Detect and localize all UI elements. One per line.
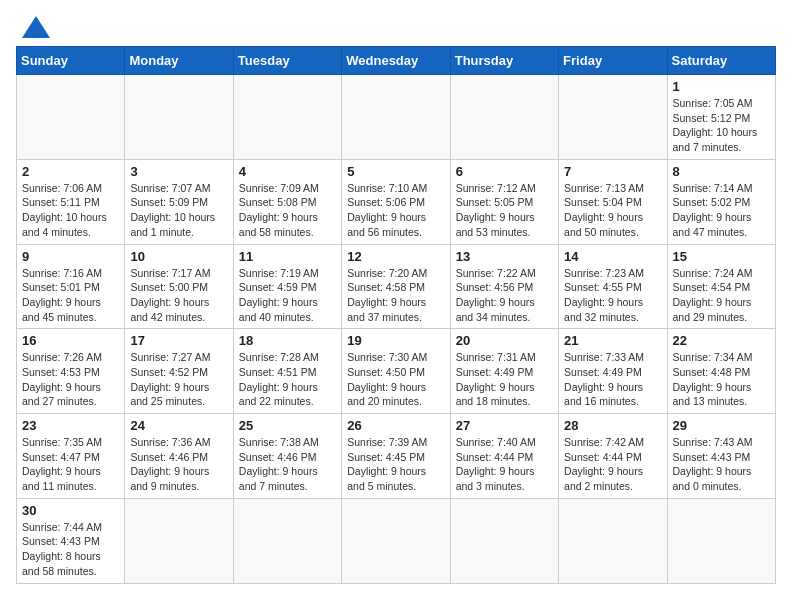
- day-number: 25: [239, 418, 336, 433]
- week-row-2: 2Sunrise: 7:06 AM Sunset: 5:11 PM Daylig…: [17, 159, 776, 244]
- day-info: Sunrise: 7:12 AM Sunset: 5:05 PM Dayligh…: [456, 181, 553, 240]
- logo-area: [16, 16, 54, 38]
- day-info: Sunrise: 7:05 AM Sunset: 5:12 PM Dayligh…: [673, 96, 770, 155]
- day-number: 5: [347, 164, 444, 179]
- day-number: 14: [564, 249, 661, 264]
- day-number: 18: [239, 333, 336, 348]
- day-cell: [17, 75, 125, 160]
- day-number: 17: [130, 333, 227, 348]
- week-row-6: 30Sunrise: 7:44 AM Sunset: 4:43 PM Dayli…: [17, 498, 776, 583]
- day-cell: 25Sunrise: 7:38 AM Sunset: 4:46 PM Dayli…: [233, 414, 341, 499]
- day-number: 9: [22, 249, 119, 264]
- week-row-3: 9Sunrise: 7:16 AM Sunset: 5:01 PM Daylig…: [17, 244, 776, 329]
- day-cell: [450, 498, 558, 583]
- day-number: 10: [130, 249, 227, 264]
- day-cell: 9Sunrise: 7:16 AM Sunset: 5:01 PM Daylig…: [17, 244, 125, 329]
- day-info: Sunrise: 7:40 AM Sunset: 4:44 PM Dayligh…: [456, 435, 553, 494]
- day-number: 13: [456, 249, 553, 264]
- day-cell: 12Sunrise: 7:20 AM Sunset: 4:58 PM Dayli…: [342, 244, 450, 329]
- day-cell: 4Sunrise: 7:09 AM Sunset: 5:08 PM Daylig…: [233, 159, 341, 244]
- day-info: Sunrise: 7:24 AM Sunset: 4:54 PM Dayligh…: [673, 266, 770, 325]
- day-number: 16: [22, 333, 119, 348]
- day-cell: [559, 75, 667, 160]
- day-number: 6: [456, 164, 553, 179]
- day-cell: 26Sunrise: 7:39 AM Sunset: 4:45 PM Dayli…: [342, 414, 450, 499]
- day-info: Sunrise: 7:34 AM Sunset: 4:48 PM Dayligh…: [673, 350, 770, 409]
- day-cell: 18Sunrise: 7:28 AM Sunset: 4:51 PM Dayli…: [233, 329, 341, 414]
- day-cell: [125, 75, 233, 160]
- day-number: 11: [239, 249, 336, 264]
- day-info: Sunrise: 7:39 AM Sunset: 4:45 PM Dayligh…: [347, 435, 444, 494]
- day-cell: 29Sunrise: 7:43 AM Sunset: 4:43 PM Dayli…: [667, 414, 775, 499]
- day-info: Sunrise: 7:09 AM Sunset: 5:08 PM Dayligh…: [239, 181, 336, 240]
- day-cell: 28Sunrise: 7:42 AM Sunset: 4:44 PM Dayli…: [559, 414, 667, 499]
- day-cell: [233, 75, 341, 160]
- day-cell: 20Sunrise: 7:31 AM Sunset: 4:49 PM Dayli…: [450, 329, 558, 414]
- day-number: 15: [673, 249, 770, 264]
- day-cell: 15Sunrise: 7:24 AM Sunset: 4:54 PM Dayli…: [667, 244, 775, 329]
- day-number: 20: [456, 333, 553, 348]
- day-info: Sunrise: 7:30 AM Sunset: 4:50 PM Dayligh…: [347, 350, 444, 409]
- day-number: 23: [22, 418, 119, 433]
- day-info: Sunrise: 7:22 AM Sunset: 4:56 PM Dayligh…: [456, 266, 553, 325]
- day-info: Sunrise: 7:06 AM Sunset: 5:11 PM Dayligh…: [22, 181, 119, 240]
- day-cell: [667, 498, 775, 583]
- day-info: Sunrise: 7:23 AM Sunset: 4:55 PM Dayligh…: [564, 266, 661, 325]
- page: SundayMondayTuesdayWednesdayThursdayFrid…: [0, 0, 792, 600]
- day-cell: 13Sunrise: 7:22 AM Sunset: 4:56 PM Dayli…: [450, 244, 558, 329]
- day-cell: [233, 498, 341, 583]
- day-cell: 8Sunrise: 7:14 AM Sunset: 5:02 PM Daylig…: [667, 159, 775, 244]
- day-number: 12: [347, 249, 444, 264]
- weekday-monday: Monday: [125, 47, 233, 75]
- week-row-1: 1Sunrise: 7:05 AM Sunset: 5:12 PM Daylig…: [17, 75, 776, 160]
- day-cell: 17Sunrise: 7:27 AM Sunset: 4:52 PM Dayli…: [125, 329, 233, 414]
- day-number: 26: [347, 418, 444, 433]
- weekday-wednesday: Wednesday: [342, 47, 450, 75]
- day-cell: [559, 498, 667, 583]
- day-info: Sunrise: 7:38 AM Sunset: 4:46 PM Dayligh…: [239, 435, 336, 494]
- day-cell: 30Sunrise: 7:44 AM Sunset: 4:43 PM Dayli…: [17, 498, 125, 583]
- day-cell: 16Sunrise: 7:26 AM Sunset: 4:53 PM Dayli…: [17, 329, 125, 414]
- day-cell: 1Sunrise: 7:05 AM Sunset: 5:12 PM Daylig…: [667, 75, 775, 160]
- day-info: Sunrise: 7:19 AM Sunset: 4:59 PM Dayligh…: [239, 266, 336, 325]
- day-number: 2: [22, 164, 119, 179]
- day-info: Sunrise: 7:20 AM Sunset: 4:58 PM Dayligh…: [347, 266, 444, 325]
- day-number: 8: [673, 164, 770, 179]
- day-number: 19: [347, 333, 444, 348]
- day-info: Sunrise: 7:27 AM Sunset: 4:52 PM Dayligh…: [130, 350, 227, 409]
- weekday-thursday: Thursday: [450, 47, 558, 75]
- day-number: 22: [673, 333, 770, 348]
- day-number: 4: [239, 164, 336, 179]
- day-info: Sunrise: 7:26 AM Sunset: 4:53 PM Dayligh…: [22, 350, 119, 409]
- day-info: Sunrise: 7:42 AM Sunset: 4:44 PM Dayligh…: [564, 435, 661, 494]
- day-cell: [450, 75, 558, 160]
- day-info: Sunrise: 7:36 AM Sunset: 4:46 PM Dayligh…: [130, 435, 227, 494]
- day-info: Sunrise: 7:07 AM Sunset: 5:09 PM Dayligh…: [130, 181, 227, 240]
- day-number: 28: [564, 418, 661, 433]
- day-info: Sunrise: 7:44 AM Sunset: 4:43 PM Dayligh…: [22, 520, 119, 579]
- week-row-5: 23Sunrise: 7:35 AM Sunset: 4:47 PM Dayli…: [17, 414, 776, 499]
- day-number: 29: [673, 418, 770, 433]
- day-cell: 27Sunrise: 7:40 AM Sunset: 4:44 PM Dayli…: [450, 414, 558, 499]
- day-cell: 3Sunrise: 7:07 AM Sunset: 5:09 PM Daylig…: [125, 159, 233, 244]
- weekday-saturday: Saturday: [667, 47, 775, 75]
- weekday-friday: Friday: [559, 47, 667, 75]
- day-cell: 23Sunrise: 7:35 AM Sunset: 4:47 PM Dayli…: [17, 414, 125, 499]
- logo-triangle-icon: [22, 16, 50, 38]
- header: [16, 16, 776, 38]
- day-cell: 22Sunrise: 7:34 AM Sunset: 4:48 PM Dayli…: [667, 329, 775, 414]
- day-info: Sunrise: 7:17 AM Sunset: 5:00 PM Dayligh…: [130, 266, 227, 325]
- day-cell: [342, 75, 450, 160]
- day-cell: 11Sunrise: 7:19 AM Sunset: 4:59 PM Dayli…: [233, 244, 341, 329]
- day-cell: 2Sunrise: 7:06 AM Sunset: 5:11 PM Daylig…: [17, 159, 125, 244]
- day-cell: [125, 498, 233, 583]
- day-number: 30: [22, 503, 119, 518]
- day-info: Sunrise: 7:35 AM Sunset: 4:47 PM Dayligh…: [22, 435, 119, 494]
- day-info: Sunrise: 7:33 AM Sunset: 4:49 PM Dayligh…: [564, 350, 661, 409]
- day-info: Sunrise: 7:14 AM Sunset: 5:02 PM Dayligh…: [673, 181, 770, 240]
- day-number: 27: [456, 418, 553, 433]
- day-cell: 19Sunrise: 7:30 AM Sunset: 4:50 PM Dayli…: [342, 329, 450, 414]
- day-info: Sunrise: 7:31 AM Sunset: 4:49 PM Dayligh…: [456, 350, 553, 409]
- day-cell: 10Sunrise: 7:17 AM Sunset: 5:00 PM Dayli…: [125, 244, 233, 329]
- day-info: Sunrise: 7:13 AM Sunset: 5:04 PM Dayligh…: [564, 181, 661, 240]
